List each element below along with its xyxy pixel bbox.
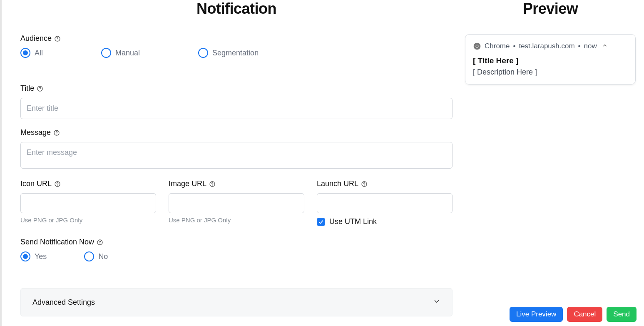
radio-icon [20, 48, 30, 58]
message-label: Message [20, 128, 453, 137]
preview-domain: test.larapush.com [519, 42, 574, 50]
image-url-label-text: Image URL [169, 179, 206, 188]
preview-sep: • [578, 42, 581, 50]
send-now-label-text: Send Notification Now [20, 238, 94, 246]
advanced-settings-accordion[interactable]: Advanced Settings [20, 288, 453, 316]
icon-url-label-text: Icon URL [20, 179, 52, 188]
help-icon[interactable] [54, 181, 61, 187]
preview-browser: Chrome [485, 42, 510, 50]
chevron-up-icon[interactable] [602, 42, 608, 50]
image-url-label: Image URL [169, 179, 304, 188]
icon-url-label: Icon URL [20, 179, 156, 188]
help-icon[interactable] [37, 85, 43, 92]
launch-url-label: Launch URL [317, 179, 453, 188]
send-button[interactable]: Send [607, 307, 637, 322]
svg-point-13 [100, 243, 100, 244]
send-now-radio-no[interactable]: No [84, 251, 108, 261]
image-url-hint: Use PNG or JPG Only [169, 217, 304, 224]
radio-label: Segmentation [212, 49, 259, 57]
divider [20, 74, 453, 74]
radio-icon [84, 251, 94, 261]
preview-card: Chrome • test.larapush.com • now [ Title… [465, 34, 636, 85]
svg-point-3 [40, 90, 40, 90]
message-label-text: Message [20, 128, 51, 137]
preview-heading: Preview [465, 0, 636, 17]
audience-radio-segmentation[interactable]: Segmentation [198, 48, 259, 58]
help-icon[interactable] [54, 35, 61, 42]
audience-label: Audience [20, 34, 453, 43]
svg-point-11 [364, 185, 365, 185]
advanced-settings-title: Advanced Settings [32, 298, 95, 307]
utm-checkbox-label: Use UTM Link [329, 217, 377, 226]
cancel-button[interactable]: Cancel [567, 307, 602, 322]
live-preview-button[interactable]: Live Preview [510, 307, 563, 322]
message-input[interactable] [20, 142, 453, 169]
launch-url-input[interactable] [317, 193, 453, 213]
title-label-text: Title [20, 84, 34, 93]
chevron-down-icon [433, 298, 440, 307]
radio-label: All [35, 49, 43, 57]
svg-point-1 [57, 40, 58, 40]
preview-title: [ Title Here ] [473, 56, 628, 65]
icon-url-hint: Use PNG or JPG Only [20, 217, 156, 224]
radio-icon [198, 48, 208, 58]
radio-icon [20, 251, 30, 261]
preview-sep: • [513, 42, 515, 50]
help-icon[interactable] [209, 181, 216, 187]
send-now-label: Send Notification Now [20, 238, 453, 246]
preview-time: now [584, 42, 597, 50]
help-icon[interactable] [97, 239, 103, 246]
audience-label-text: Audience [20, 34, 52, 43]
radio-label: Yes [35, 252, 47, 261]
svg-point-5 [57, 134, 57, 134]
audience-radio-manual[interactable]: Manual [101, 48, 140, 58]
svg-point-7 [57, 185, 58, 185]
radio-icon [101, 48, 111, 58]
radio-label: Manual [115, 49, 140, 57]
help-icon[interactable] [53, 129, 60, 136]
title-input[interactable] [20, 98, 453, 119]
utm-checkbox[interactable] [317, 218, 325, 226]
svg-point-9 [212, 185, 213, 185]
help-icon[interactable] [361, 181, 368, 187]
preview-description: [ Description Here ] [473, 68, 628, 77]
svg-point-16 [476, 45, 478, 47]
notification-heading: Notification [20, 0, 453, 17]
chrome-icon [473, 42, 481, 50]
utm-checkbox-row[interactable]: Use UTM Link [317, 217, 453, 226]
send-now-radio-yes[interactable]: Yes [20, 251, 47, 261]
title-label: Title [20, 84, 453, 93]
icon-url-input[interactable] [20, 193, 156, 213]
image-url-input[interactable] [169, 193, 304, 213]
launch-url-label-text: Launch URL [317, 179, 358, 188]
audience-radio-all[interactable]: All [20, 48, 43, 58]
radio-label: No [98, 252, 108, 261]
